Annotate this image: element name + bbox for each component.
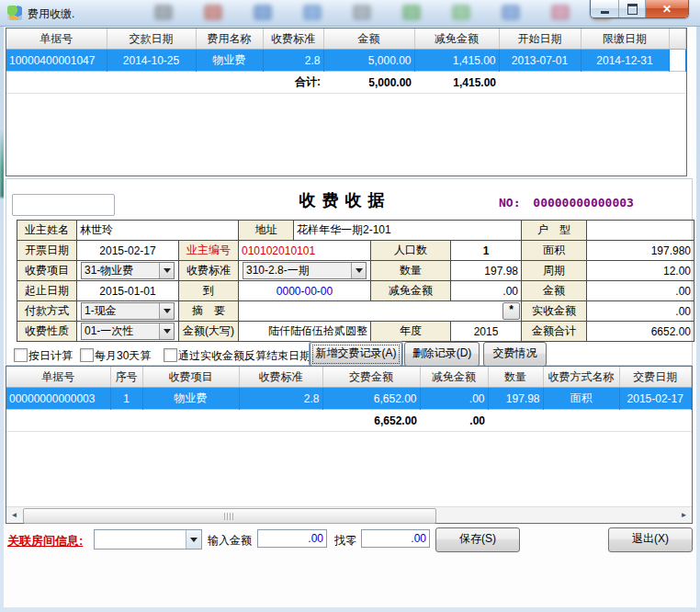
scrollbar-thumb[interactable]: [23, 508, 436, 524]
column-header: 交费日期: [619, 367, 692, 388]
background-icon-blur: [204, 5, 222, 20]
column-header: 限缴日期: [581, 28, 669, 50]
chevron-down-icon[interactable]: [159, 323, 174, 339]
reduction-field[interactable]: .00: [451, 281, 522, 301]
column-header: 单据号: [6, 367, 110, 388]
owner-no-field[interactable]: 010102010101: [239, 241, 371, 261]
daily-calc-checkbox[interactable]: [14, 348, 28, 362]
change-field[interactable]: [361, 529, 430, 548]
address-field[interactable]: 花样年华一期2-101: [294, 221, 522, 241]
close-button[interactable]: ✕: [646, 0, 688, 17]
due-fees-grid: 单据号 交款日期 费用名称 收费标准 金额 减免金额 开始日期 限缴日期 100…: [6, 28, 687, 176]
actual-amount-field[interactable]: .00: [587, 301, 694, 322]
house-type-field[interactable]: [587, 221, 694, 241]
window-controls: ✕: [590, 0, 689, 18]
add-record-button[interactable]: 新增交费记录(A): [310, 342, 402, 367]
column-header: [669, 28, 686, 50]
table-row[interactable]: 00000000000003 1 物业费 2.8 6,652.00 .00 19…: [6, 388, 692, 410]
total-row: 合计: 5,000.00 1,415.00: [6, 72, 686, 94]
fee-item-label: 收费项目: [17, 261, 77, 281]
maximize-button[interactable]: [619, 0, 646, 17]
window-title: 费用收缴.: [28, 6, 74, 22]
period-field[interactable]: 12.00: [587, 261, 694, 281]
column-header: 单据号: [6, 28, 107, 50]
column-header: 收费方式名称: [543, 367, 619, 388]
table-row[interactable]: 10000400001047 2014-10-25 物业费 2.8 5,000.…: [6, 50, 686, 72]
delete-record-button[interactable]: 删除记录(D): [404, 342, 480, 367]
area-label: 面积: [522, 241, 587, 261]
horizontal-scrollbar[interactable]: ◄ ►: [6, 506, 692, 523]
to-label: 到: [179, 281, 239, 301]
minimize-icon: [601, 11, 609, 14]
fee-standard-value: 310-2.8-一期: [246, 263, 310, 278]
sum-field: 6652.00: [587, 322, 694, 342]
column-header: 收费项目: [142, 367, 239, 388]
room-info-select[interactable]: [94, 529, 202, 550]
amount-words-label: 金额(大写): [179, 322, 239, 342]
payment-records-table: 单据号 序号 收费项目 收费标准 交费金额 减免金额 数量 收费方式名称 交费日…: [6, 367, 692, 432]
population-label: 人口数: [371, 241, 451, 261]
background-icon-blur: [254, 5, 272, 20]
minimize-button[interactable]: [591, 0, 619, 17]
receipt-no-label: NO:: [499, 196, 520, 210]
receipt-number: NO: 00000000000003: [499, 196, 634, 210]
fee-nature-select[interactable]: 01-一次性: [81, 323, 175, 340]
fee-standard-select[interactable]: 310-2.8-一期: [243, 262, 367, 279]
input-amount-label: 输入金额: [208, 533, 252, 549]
column-header: 减免金额: [420, 367, 488, 388]
amount-label: 金额: [522, 281, 587, 301]
invoice-date-field[interactable]: 2015-02-17: [77, 241, 179, 261]
chevron-down-icon[interactable]: [186, 530, 201, 549]
total-amount: 5,000.00: [323, 72, 414, 94]
table-header-row: 单据号 序号 收费项目 收费标准 交费金额 减免金额 数量 收费方式名称 交费日…: [6, 367, 692, 388]
invoice-date-label: 开票日期: [17, 241, 77, 261]
scroll-right-icon[interactable]: ►: [676, 507, 692, 523]
chevron-down-icon[interactable]: [159, 303, 174, 319]
chevron-down-icon[interactable]: [159, 263, 174, 278]
date-to-field[interactable]: 0000-00-00: [239, 281, 371, 301]
sum-label: 金额合计: [522, 322, 587, 342]
month30-label: 每月30天算: [95, 348, 151, 364]
title-bar[interactable]: 费用收缴. ✕: [0, 0, 700, 27]
table-header-row: 单据号 交款日期 费用名称 收费标准 金额 减免金额 开始日期 限缴日期: [6, 28, 686, 50]
column-header: 金额: [323, 28, 414, 50]
background-icon-blur: [551, 5, 570, 20]
summary-field[interactable]: *: [239, 301, 522, 322]
summary-label: 摘 要: [179, 301, 239, 322]
save-button[interactable]: 保存(S): [435, 527, 520, 552]
area-field[interactable]: 197.980: [587, 241, 694, 261]
pay-method-label: 付款方式: [17, 301, 77, 322]
receipt-panel: 收费收据 NO: 00000000000003 业主姓名 林世玲 地址 花样年华…: [6, 178, 693, 366]
back-calc-checkbox[interactable]: [164, 348, 177, 362]
background-icon-blur: [353, 5, 371, 20]
payment-status-button[interactable]: 交费情况: [483, 342, 547, 367]
background-icon-blur: [303, 5, 322, 20]
daily-calc-label: 按日计算: [28, 348, 73, 364]
owner-no-label: 业主编号: [179, 241, 239, 261]
pay-method-select[interactable]: 1-现金: [81, 302, 175, 320]
year-label: 年度: [371, 322, 451, 342]
quantity-field[interactable]: 197.98: [451, 261, 522, 281]
receipt-no-value: 00000000000003: [533, 196, 634, 210]
exit-button[interactable]: 退出(X): [608, 527, 693, 552]
column-header: 费用名称: [196, 28, 263, 50]
total-row: 6,652.00 .00: [6, 410, 692, 432]
app-icon: [7, 6, 22, 20]
background-icon-blur: [452, 5, 470, 20]
fee-item-select[interactable]: 31-物业费: [81, 262, 175, 279]
back-calc-label: 通过实收金额反算结束日期: [178, 348, 310, 364]
date-from-field[interactable]: 2015-01-01: [77, 281, 179, 301]
chevron-down-icon[interactable]: [351, 263, 366, 278]
scrollbar-grip-icon: [224, 513, 235, 520]
input-amount-field[interactable]: [257, 529, 327, 548]
year-field[interactable]: 2015: [451, 322, 522, 342]
month30-checkbox[interactable]: [80, 348, 94, 362]
owner-name-field[interactable]: 林世玲: [77, 221, 239, 241]
population-field[interactable]: 1: [451, 241, 522, 261]
amount-field[interactable]: .00: [587, 281, 694, 301]
asterisk-button[interactable]: *: [502, 302, 520, 320]
scroll-left-icon[interactable]: ◄: [6, 507, 22, 523]
maximize-icon: [627, 4, 638, 15]
payment-records-grid: 单据号 序号 收费项目 收费标准 交费金额 减免金额 数量 收费方式名称 交费日…: [6, 366, 693, 524]
due-fees-table: 单据号 交款日期 费用名称 收费标准 金额 减免金额 开始日期 限缴日期 100…: [6, 28, 686, 94]
